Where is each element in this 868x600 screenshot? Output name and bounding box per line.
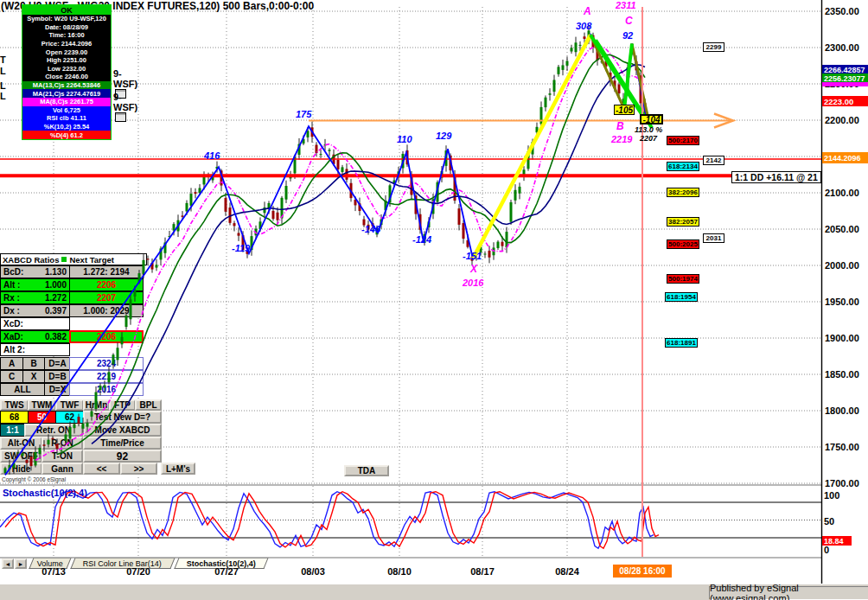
swing-value-flag[interactable]: -105 [614,105,635,115]
copyright-note: Copyright © 2006 eSignal [2,476,66,482]
xabcd-abc-cell: C [0,370,23,383]
quote-row: Vol 6,725 [22,106,111,115]
quote-row: %K(10,2) 25.54 [22,123,111,131]
target-price-box: 2299 [703,42,724,52]
esignal-chart-window: (W20 U9-WSF - WIG20 INDEX FUTURES,120) 5… [0,0,868,600]
toolbar-button-hrmn[interactable]: HrMn [83,399,110,411]
hide-button[interactable]: Hide [0,463,42,475]
pattern-point-label: 2016 [463,278,483,288]
printer-icon[interactable] [115,112,126,122]
quote-row: Open 2239.00 [22,48,111,56]
xabcd-abc-cell: X [22,370,45,383]
xabcd-abc-value: 2324 [69,357,144,370]
date-axis-label: 07/27 [209,566,244,577]
tda-button[interactable]: TDA [344,465,389,476]
date-axis-label: 07/13 [36,566,71,577]
pattern-point-label: A [584,5,591,17]
fib-level-label: 500:1974 [667,274,699,284]
price-axis-tick: 1950.00 [825,297,859,307]
status-bar: Published by eSignal (www.esignal.com) [0,584,868,600]
fib-level-label: 500:2170 [667,136,699,145]
tab-scroll-right-button[interactable]: ► [15,559,27,569]
swing-value-flag[interactable]: -104 [640,114,663,124]
toolbar-button-ftp[interactable]: FTP [109,399,136,411]
price-axis-tick: 2200.00 [825,115,859,125]
toolbar-button-tws[interactable]: TWS [0,399,29,411]
time-price-button[interactable]: Time/Price [83,437,162,450]
stoch-axis-tick: 100 [824,490,839,501]
swing-size-label: 129 [436,131,451,141]
xabcd-ratio-cell: BcD:1.130 [0,265,70,278]
quote-status-ok[interactable]: OK [22,5,111,15]
toolbar-button-bpl[interactable]: BPL [135,399,162,411]
measure-label: 113.0 % [635,125,662,134]
pattern-point-label: X [470,263,477,275]
toolbar-button-twm[interactable]: TWM [28,399,56,411]
scroll-back-button[interactable]: << [83,463,120,475]
toolbar-button-twf[interactable]: TWF [55,399,84,411]
scroll-fwd-button[interactable]: >> [120,463,157,475]
price-axis-tick: 1750.00 [825,442,859,452]
quote-row: MA(8,C)s 2261.75 [22,98,111,106]
price-axis-tick: 2100.00 [825,188,859,198]
price-axis-tick: 1900.00 [825,333,859,343]
lm-button[interactable]: L+M's [161,463,195,475]
study-label-edge-letter: L [0,91,6,101]
move-xabcd-button[interactable]: Move XABCD [83,424,162,437]
status-publisher: Published by eSignal (www.esignal.com) [709,586,868,600]
tab-scroll-left-button[interactable]: ◄ [2,559,14,569]
indicator-value-cell: 62 [55,411,84,424]
pattern-point-label: B [616,120,624,132]
indicator-value-cell: 50 [28,411,56,424]
xabcd-abc-cell: D=A [44,357,71,370]
target-price-box: 2031 [703,233,724,243]
quote-row: Price: 2144.2096 [22,40,111,48]
price-axis-tick: 1850.00 [825,369,859,380]
xabcd-abc-cell: D=X [44,383,71,396]
price-axis-flag: 2223.00 [822,96,868,106]
price-axis-tick: 2350.00 [825,6,859,16]
xabcd-ratio-cell: Alt 2: [0,343,70,356]
alt-on-button[interactable]: Alt-ON [0,437,42,450]
ratio-1-1-cell[interactable]: 1:1 [0,424,25,437]
study-label-edge-letter: L [0,80,6,91]
price-axis-tick: 1800.00 [825,405,859,416]
fib-level-label: 618:1891 [665,338,698,348]
swing-size-label: 92 [622,30,633,41]
retr-on-button[interactable]: Retr. ON [24,424,83,437]
stoch-axis-tick: 50 [824,516,834,527]
xabcd-target-cell: 2206 [69,278,144,291]
price-axis-flag [822,82,868,86]
sw-off-button[interactable]: SW OFF [0,450,42,463]
xabcd-target-cell: 2207 [69,291,144,304]
gann-button[interactable]: Gann [41,463,83,475]
xabcd-abc-value: 2016 [69,383,144,396]
study-label-fragment: 9-WSF) [113,92,137,124]
quote-data-box: OKSymbol: W20 U9-WSF,120Date: 08/28/09Ti… [22,4,112,140]
stochastic-pane-label: Stochastic(10(2),4) [3,488,87,498]
quote-row: RSI clb 41.11 [22,114,111,123]
r-on-button[interactable]: R-ON [41,437,83,450]
bars-count-button[interactable]: 92 [83,450,162,463]
fib-level-label: 500:2025 [667,239,699,249]
t-on-button[interactable]: T-ON [41,450,83,463]
xabcd-header-left: XABCD Ratios [3,255,59,265]
quote-row: %D(4) 61.2 [22,131,111,139]
quote-row: Close 2246.00 [22,73,111,81]
test-new-d-button[interactable]: Test New D=? [83,411,162,424]
swing-size-label: -124 [412,234,431,245]
xabcd-target-cell: 1.000: 2029 [69,304,144,317]
price-axis-flag: 2144.2096 [822,152,868,163]
measure-label: 2207 [640,134,657,143]
pattern-point-label: 2219 [611,134,632,144]
quote-row: Time: 16:00 [22,31,111,40]
study-label-text: 9-WSF) [113,92,137,112]
xabcd-abc-cell: ALL [0,383,45,396]
target-price-box: 2142 [703,156,724,165]
xabcd-abc-cell: B [22,357,45,370]
fib-level-label: 618:2134 [667,162,699,171]
quote-row: Date: 08/28/09 [22,23,111,32]
swing-size-label: -146 [361,224,380,234]
xabcd-ratio-cell: XaD:0.382 [0,330,70,343]
xabcd-abc-value: 2219 [69,370,144,383]
